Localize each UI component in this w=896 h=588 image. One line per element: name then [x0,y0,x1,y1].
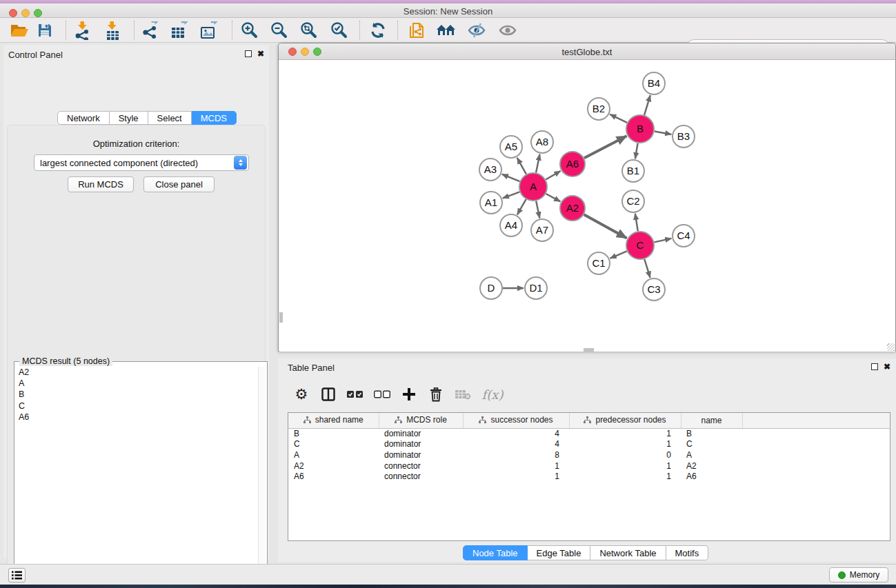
graph-node-B4[interactable]: B4 [643,72,665,94]
close-table-panel-icon[interactable]: ✖ [884,363,890,370]
table-cell[interactable]: 1 [569,428,681,439]
table-row[interactable]: Adominator80A [288,449,890,460]
table-cell[interactable]: A [681,449,742,460]
tab-select[interactable]: Select [148,111,192,125]
graph-node-B2[interactable]: B2 [588,98,610,120]
table-cell[interactable]: C [288,439,379,450]
table-row[interactable]: A2connector11A2 [288,460,890,472]
table-cell[interactable]: A [288,449,379,460]
table-header-row[interactable]: shared nameMCDS rolesuccessor nodesprede… [288,413,890,428]
graph-node-C3[interactable]: C3 [643,278,665,301]
graph-edge-A-A3[interactable] [502,174,520,181]
float-panel-icon[interactable] [245,50,252,57]
settings-gear-icon[interactable]: ⚙ [292,385,310,404]
import-network-icon[interactable] [71,20,94,41]
export-network-icon[interactable] [139,20,162,41]
task-history-button[interactable] [8,568,26,582]
export-table-icon[interactable] [168,20,191,41]
table-cell[interactable]: 4 [463,439,569,450]
close-panel-button[interactable]: Close panel [143,176,215,192]
table-cell[interactable]: connector [379,471,463,482]
graph-edge-A6-B[interactable] [584,136,627,158]
table-cell[interactable]: 0 [569,449,681,460]
zoom-in-icon[interactable] [238,20,261,41]
graph-node-C4[interactable]: C4 [673,225,695,247]
graph-edge-C-C3[interactable] [644,259,650,278]
result-scrollbar[interactable] [258,367,266,588]
graph-edge-A-A4[interactable] [517,199,526,214]
column-header-MCDS-role[interactable]: MCDS role [379,413,463,428]
graph-edge-A-A1[interactable] [503,192,520,198]
home-icon[interactable] [435,20,458,41]
float-table-panel-icon[interactable] [871,363,878,370]
tab-network-table[interactable]: Network Table [590,545,666,560]
table-cell[interactable]: B [288,428,379,439]
hide-graphics-details-icon[interactable] [465,20,488,41]
graph-node-A4[interactable]: A4 [500,214,522,236]
table-cell[interactable]: dominator [379,439,463,450]
column-header-successor-nodes[interactable]: successor nodes [463,413,569,428]
table-cell[interactable]: 1 [569,439,681,450]
network-window-titlebar[interactable]: testGlobe.txt [279,43,895,60]
tab-motifs[interactable]: Motifs [666,545,709,560]
save-icon[interactable] [33,20,57,41]
network-resize-grip[interactable] [887,343,895,351]
import-table-icon[interactable] [101,20,124,41]
table-cell[interactable]: dominator [379,428,463,439]
graph-node-A5[interactable]: A5 [500,136,522,158]
graph-node-C1[interactable]: C1 [588,252,610,274]
table-cell[interactable]: 8 [463,449,569,460]
column-header-name[interactable]: name [681,413,742,428]
graph-edge-A-A6[interactable] [546,171,561,180]
zoom-out-icon[interactable] [268,20,291,41]
graph-edge-B-B2[interactable] [610,114,627,123]
table-cell[interactable]: A6 [681,471,742,482]
show-graphics-details-icon[interactable] [496,20,519,41]
column-visibility-icon[interactable] [319,385,337,404]
graph-edge-C-C4[interactable] [655,239,672,243]
table-cell[interactable]: 1 [463,471,569,482]
graph-node-C[interactable]: C [626,232,654,259]
graph-edge-A-A7[interactable] [536,201,539,219]
table-row[interactable]: Bdominator41B [288,428,890,439]
table-row[interactable]: Cdominator41C [288,439,890,450]
memory-button[interactable]: Memory [829,567,888,582]
mcds-result-item[interactable]: C [15,401,258,412]
select-all-icon[interactable] [346,385,364,404]
graph-node-A7[interactable]: A7 [531,219,553,241]
table-cell[interactable]: dominator [379,449,463,460]
table-cell[interactable]: A2 [681,460,742,472]
refresh-icon[interactable] [366,20,390,41]
table-cell[interactable]: A2 [288,460,379,472]
table-cell[interactable]: 4 [463,428,569,439]
delete-row-trash-icon[interactable] [427,385,445,404]
export-image-icon[interactable] [197,20,221,41]
delete-table-icon[interactable] [454,385,472,404]
graph-edge-A-A5[interactable] [517,158,526,174]
table-cell[interactable]: A6 [288,471,379,482]
open-folder-icon[interactable] [8,20,31,41]
tab-mcds[interactable]: MCDS [192,111,237,125]
graph-edge-B-B4[interactable] [644,95,650,115]
table-cell[interactable]: B [681,428,742,439]
graph-node-B3[interactable]: B3 [673,125,695,148]
table-row[interactable]: A6connector11A6 [288,471,890,482]
graph-node-A8[interactable]: A8 [531,131,553,153]
mcds-result-item[interactable]: B [15,389,258,400]
graph-node-A2[interactable]: A2 [560,196,585,221]
mcds-result-item[interactable]: A2 [15,367,258,378]
graph-edge-B-B3[interactable] [655,132,672,134]
mcds-result-item[interactable]: A [15,378,258,389]
apply-function-icon[interactable]: f(x) [481,385,504,404]
network-horizontal-scroll-nub[interactable] [584,348,594,352]
tab-network[interactable]: Network [57,111,110,125]
network-graph[interactable]: B4B2BB3A5A8A6B1A3AA1C2A2A4A7C4CC1DD1C3 [279,60,895,352]
graph-edge-A2-C[interactable] [584,214,627,238]
table-cell[interactable]: 1 [569,460,681,472]
tab-edge-table[interactable]: Edge Table [528,545,591,560]
zoom-selected-icon[interactable] [328,20,351,41]
graph-node-D[interactable]: D [480,277,502,299]
mcds-result-item[interactable]: A6 [15,412,258,423]
deselect-all-icon[interactable] [373,385,391,404]
zoom-fit-icon[interactable] [297,20,321,41]
